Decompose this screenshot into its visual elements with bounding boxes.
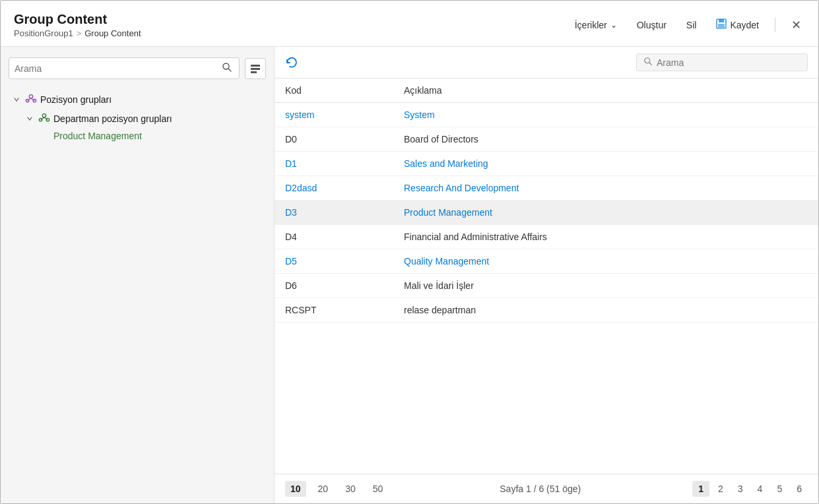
table-row[interactable]: D0Board of Directors: [275, 127, 818, 152]
page-num-2[interactable]: 2: [712, 481, 729, 497]
sidebar-search-wrap: [9, 57, 240, 79]
svg-rect-1: [719, 19, 724, 22]
page-size-10[interactable]: 10: [285, 481, 306, 497]
page-num-5[interactable]: 5: [771, 481, 788, 497]
pagination: 10 20 30 50 Sayfa 1 / 6 (51 öge) 1 2 3 4…: [275, 474, 818, 503]
kaydet-label: Kaydet: [730, 20, 759, 30]
sidebar-search-button[interactable]: [220, 61, 234, 76]
cell-desc: System: [393, 103, 818, 127]
table-row[interactable]: systemSystem: [275, 103, 818, 127]
page-sizes: 10 20 30 50: [285, 481, 388, 497]
right-panel: Kod Açıklama systemSystemD0Board of Dire…: [275, 47, 818, 503]
tree-row-pozisyon-gruplari[interactable]: Pozisyon grupları: [9, 90, 266, 109]
cell-desc: Board of Directors: [393, 127, 818, 152]
table-header-row: Kod Açıklama: [275, 79, 818, 103]
table-row[interactable]: D2dasdResearch And Development: [275, 176, 818, 201]
svg-rect-6: [251, 68, 260, 70]
titlebar-actions: İçerikler ⌄ Oluştur Sil Kaydet: [571, 16, 805, 34]
table-row[interactable]: D5Quality Management: [275, 249, 818, 274]
refresh-button[interactable]: [285, 56, 298, 69]
departman-label: Departman pozisyon grupları: [53, 113, 172, 124]
cell-desc: Mali ve İdari İşler: [393, 274, 818, 298]
panel-search-icon: [643, 57, 653, 68]
table-row[interactable]: D6Mali ve İdari İşler: [275, 274, 818, 298]
pozisyon-gruplari-label: Pozisyon grupları: [40, 94, 112, 105]
svg-line-4: [228, 69, 231, 71]
page-num-1[interactable]: 1: [692, 481, 709, 497]
content-table: Kod Açıklama systemSystemD0Board of Dire…: [275, 79, 818, 323]
panel-search-input[interactable]: [657, 57, 801, 68]
cell-desc: Research And Development: [393, 176, 818, 201]
col-header-aciklama: Açıklama: [393, 79, 818, 103]
cell-code: D3: [275, 201, 393, 225]
cell-desc: Financial and Administrative Affairs: [393, 225, 818, 249]
svg-line-20: [649, 63, 652, 65]
page-num-6[interactable]: 6: [791, 481, 808, 497]
cell-code: system: [275, 103, 393, 127]
sidebar-tree: Pozisyon grupları: [9, 90, 266, 144]
cell-desc: relase departman: [393, 298, 818, 323]
page-size-50[interactable]: 50: [368, 481, 389, 497]
icerikler-label: İçerikler: [575, 20, 607, 30]
save-icon: [716, 18, 727, 32]
cell-code: D0: [275, 127, 393, 152]
breadcrumb: PositionGroup1 > Group Content: [14, 28, 141, 38]
tree-row-product-management[interactable]: Product Management: [51, 128, 266, 144]
page-info: Sayfa 1 / 6 (51 öge): [500, 484, 581, 494]
breadcrumb-parent: PositionGroup1: [14, 28, 73, 38]
refresh-icon: [285, 56, 298, 69]
search-icon: [222, 62, 232, 73]
main-window: Group Content PositionGroup1 > Group Con…: [0, 0, 819, 504]
cell-code: D5: [275, 249, 393, 274]
kaydet-button[interactable]: Kaydet: [712, 16, 763, 34]
page-size-30[interactable]: 30: [340, 481, 361, 497]
sidebar: Pozisyon grupları: [1, 47, 275, 503]
panel-toolbar: [275, 47, 818, 79]
icerikler-chevron-icon: ⌄: [610, 20, 617, 30]
page-size-20[interactable]: 20: [313, 481, 334, 497]
toggle-departman[interactable]: [24, 113, 35, 124]
page-title: Group Content: [14, 12, 141, 27]
svg-point-18: [44, 117, 46, 119]
page-num-4[interactable]: 4: [752, 481, 769, 497]
titlebar-left: Group Content PositionGroup1 > Group Con…: [14, 12, 141, 38]
cell-desc: Quality Management: [393, 249, 818, 274]
layout-icon: [250, 63, 261, 74]
tree-node-pozisyon-gruplari: Pozisyon grupları: [9, 90, 266, 144]
close-button[interactable]: ✕: [787, 16, 805, 34]
sil-label: Sil: [686, 20, 697, 30]
table-row[interactable]: D4Financial and Administrative Affairs: [275, 225, 818, 249]
olustur-label: Oluştur: [637, 20, 667, 30]
cell-code: D1: [275, 152, 393, 176]
cell-code: D6: [275, 274, 393, 298]
svg-point-8: [29, 95, 32, 98]
cell-desc: Product Management: [393, 201, 818, 225]
olustur-button[interactable]: Oluştur: [633, 17, 671, 33]
sil-button[interactable]: Sil: [682, 17, 701, 33]
table-row[interactable]: D1Sales and Marketing: [275, 152, 818, 176]
main-content: Pozisyon grupları: [1, 47, 818, 503]
action-separator: [775, 18, 775, 32]
sidebar-search-input[interactable]: [15, 63, 220, 74]
panel-search-wrap: [636, 53, 808, 71]
page-num-3[interactable]: 3: [732, 481, 749, 497]
data-table: Kod Açıklama systemSystemD0Board of Dire…: [275, 79, 818, 474]
svg-rect-5: [251, 65, 260, 67]
sidebar-search-bar: [9, 57, 266, 79]
breadcrumb-sep: >: [77, 28, 82, 38]
tree-node-product-management: Product Management: [22, 128, 266, 144]
tree-row-departman[interactable]: Departman pozisyon grupları: [22, 109, 266, 128]
pozisyon-gruplari-icon: [25, 92, 37, 106]
table-row[interactable]: RCSPTrelase departman: [275, 298, 818, 323]
col-header-kod: Kod: [275, 79, 393, 103]
product-management-label: Product Management: [53, 131, 142, 141]
tree-node-departman: Departman pozisyon grupları Product Mana…: [9, 109, 266, 144]
table-row[interactable]: D3Product Management: [275, 201, 818, 225]
layout-toggle-button[interactable]: [245, 58, 266, 79]
page-numbers: 1 2 3 4 5 6: [692, 481, 808, 497]
cell-code: D4: [275, 225, 393, 249]
titlebar: Group Content PositionGroup1 > Group Con…: [1, 1, 818, 47]
breadcrumb-current: Group Content: [84, 28, 141, 38]
toggle-pozisyon-gruplari[interactable]: [11, 94, 22, 105]
icerikler-button[interactable]: İçerikler ⌄: [571, 17, 621, 33]
